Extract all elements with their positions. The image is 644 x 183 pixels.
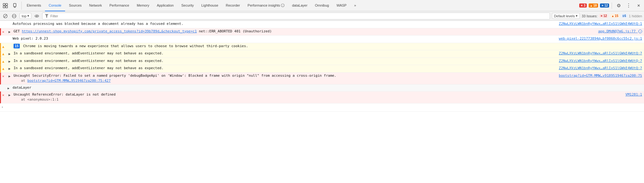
nav-tabs: Elements Console Sources Network Perform… xyxy=(23,0,577,11)
tab-datalayer[interactable]: dataLayer xyxy=(288,0,311,11)
source-link[interactable]: web-pixel-221773894@…bf0060c6cc55c2.js:1 xyxy=(552,36,642,42)
info-count-badge: ✕ 12 xyxy=(600,3,609,8)
error-x-icon: ✕ xyxy=(600,14,603,18)
console-row: ✕ ▶ GET https://unnest-shop.myshopify.co… xyxy=(0,28,644,36)
source-link[interactable]: app.DMdNQ7mG.js:77 ↗ xyxy=(592,29,642,34)
warning-triangle-icon: ▲ xyxy=(611,14,614,18)
info-icon: ℹ xyxy=(623,14,624,18)
more-options-button[interactable]: ⋮ xyxy=(625,2,633,10)
svg-point-13 xyxy=(36,15,37,17)
console-input-area[interactable] xyxy=(13,104,642,110)
console-row: ✕ ▶ Uncaught SecurityError: Failed to se… xyxy=(0,73,644,85)
tab-security[interactable]: Security xyxy=(177,0,197,11)
group-label: dataLayer xyxy=(13,85,642,91)
warning-icon: ▲ xyxy=(2,44,7,50)
console-row: ▶ Autofocus processing was blocked becau… xyxy=(0,21,644,28)
console-row: ▲ ▶ 15 Chrome is moving towards a new ex… xyxy=(0,43,644,51)
tab-elements[interactable]: Elements xyxy=(23,0,45,11)
expand-icon[interactable]: ▶ xyxy=(8,29,13,35)
log-levels-selector[interactable]: Default levels ▾ xyxy=(552,13,580,19)
tab-performance[interactable]: Performance xyxy=(106,0,133,11)
chevron-down-icon: ▾ xyxy=(27,14,29,18)
svg-text:i: i xyxy=(282,4,283,7)
console-toolbar: top ▾ Default levels ▾ 33 Issues: ✕ 12 ▲… xyxy=(0,11,644,21)
group-expand-icon[interactable]: ▶ xyxy=(8,85,12,91)
row-type-icon xyxy=(1,21,6,22)
devtools-nav: Elements Console Sources Network Perform… xyxy=(0,0,644,11)
console-message: Uncaught ReferenceError: dataLayer is no… xyxy=(14,92,619,103)
nav-right-controls: ✕ 3 ▲ 18 ✕ 12 ⚙ ⋮ ✕ xyxy=(577,2,643,10)
console-message: In a sandboxed environment, addEventList… xyxy=(14,66,552,71)
console-message: In a sandboxed environment, addEventList… xyxy=(14,58,552,64)
console-row: ▲ ▶ In a sandboxed environment, addEvent… xyxy=(0,50,644,58)
error-x-icon: ✕ xyxy=(580,4,583,7)
tab-recorder[interactable]: Recorder xyxy=(222,0,244,11)
source-link[interactable]: Z2NwLXVzLWN1bnRyYWwx…aRlIxS1lGWkE4WUtQ:7 xyxy=(552,66,642,71)
more-tabs-button[interactable]: » xyxy=(350,0,360,11)
svg-marker-14 xyxy=(45,14,48,18)
console-message: Autofocus processing was blocked because… xyxy=(13,21,552,27)
eye-button[interactable] xyxy=(33,13,40,19)
tab-lighthouse[interactable]: Lighthouse xyxy=(197,0,222,11)
context-selector[interactable]: top ▾ xyxy=(19,13,31,19)
console-group-header[interactable]: ▶ dataLayer xyxy=(0,85,644,92)
console-message: 15 Chrome is moving towards a new experi… xyxy=(14,44,636,49)
issues-blue-badge: ℹ 6 xyxy=(621,14,628,18)
console-message: In a sandboxed environment, addEventList… xyxy=(14,51,552,56)
error-icon: ✕ xyxy=(2,29,7,35)
svg-text:↗: ↗ xyxy=(640,30,641,33)
hidden-count: 1 hidden xyxy=(629,14,642,18)
console-prompt-row: › ▶ xyxy=(0,103,644,112)
console-row: ▶ Web pixel: 2.0.23 web-pixel-221773894@… xyxy=(0,36,644,43)
expand-icon[interactable]: ▶ xyxy=(8,58,13,64)
filter-input[interactable] xyxy=(50,14,547,18)
tab-wasp[interactable]: WASP xyxy=(333,0,350,11)
error-icon: ✕ xyxy=(2,92,7,98)
expand-icon[interactable]: ▶ xyxy=(8,73,13,79)
clear-console-button[interactable] xyxy=(2,13,9,19)
nav-separator xyxy=(612,3,612,9)
filter-bar[interactable] xyxy=(42,13,550,19)
inspect-element-button[interactable] xyxy=(1,2,9,10)
error-count-badge: ✕ 3 xyxy=(579,3,587,8)
block-request-button[interactable] xyxy=(11,13,18,19)
warning-triangle-icon: ▲ xyxy=(590,4,593,7)
console-message: Uncaught SecurityError: Failed to set a … xyxy=(14,73,552,84)
tab-application[interactable]: Application xyxy=(153,0,178,11)
stack-link[interactable]: bootstrap?id=GTM-MMW…9519467za200:75:427 xyxy=(27,79,111,83)
svg-rect-1 xyxy=(6,3,8,5)
svg-rect-2 xyxy=(3,6,5,8)
source-link[interactable]: Z2NwLXVzLWN1bnRyYWwx…aRlIxS1lGWkE4WUtQ:1 xyxy=(552,21,642,27)
source-link[interactable]: bootstrap?id=GTM-MMW…v9189519467za200:75 xyxy=(552,73,642,79)
nav-icon-group xyxy=(1,2,22,10)
console-message: GET https://unnest-shop.myshopify.com/pr… xyxy=(14,29,592,34)
console-message: Web pixel: 2.0.23 xyxy=(13,36,552,42)
warning-icon: ▲ xyxy=(2,58,7,64)
row-type-icon xyxy=(1,36,6,37)
source-link[interactable]: VM1281:1 xyxy=(619,92,642,97)
cursor-button[interactable]: ✕ xyxy=(635,2,643,10)
tab-console[interactable]: Console xyxy=(45,0,65,11)
external-link-icon: ↗ xyxy=(638,30,642,33)
row-type-icon xyxy=(1,85,6,86)
error-icon: ✕ xyxy=(2,73,7,79)
network-link[interactable]: https://unnest-shop.myshopify.com/privat… xyxy=(22,29,197,33)
expand-icon[interactable]: ▶ xyxy=(8,51,13,57)
source-link[interactable]: Z2NwLXVzLWN1bnRyYWwx…aRlIxS1lGWkE4WUtQ:7 xyxy=(552,51,642,56)
source-link[interactable]: Z2NwLXVzLWN1bnRyYWwx…aRlIxS1lGWkE4WUtQ:7 xyxy=(552,58,642,64)
expand-icon[interactable]: ▶ xyxy=(8,92,13,98)
tab-omnibug[interactable]: Omnibug xyxy=(311,0,333,11)
tab-sources[interactable]: Sources xyxy=(65,0,85,11)
settings-button[interactable]: ⚙ xyxy=(614,2,623,10)
issues-summary: 33 Issues: ✕ 12 ▲ 15 ℹ 6 1 hidden xyxy=(582,14,642,18)
expand-icon[interactable]: ▶ xyxy=(8,66,13,72)
tab-memory[interactable]: Memory xyxy=(133,0,153,11)
tab-network[interactable]: Network xyxy=(86,0,106,11)
device-toolbar-button[interactable] xyxy=(11,2,19,10)
console-output: ▶ Autofocus processing was blocked becau… xyxy=(0,21,644,183)
chevron-down-icon: ▾ xyxy=(576,14,578,18)
warning-count-badge: ▲ 18 xyxy=(589,3,598,8)
svg-rect-5 xyxy=(14,7,15,8)
tab-perf-insights[interactable]: Performance insights i xyxy=(244,0,288,11)
repeat-count-badge: 15 xyxy=(14,44,20,48)
